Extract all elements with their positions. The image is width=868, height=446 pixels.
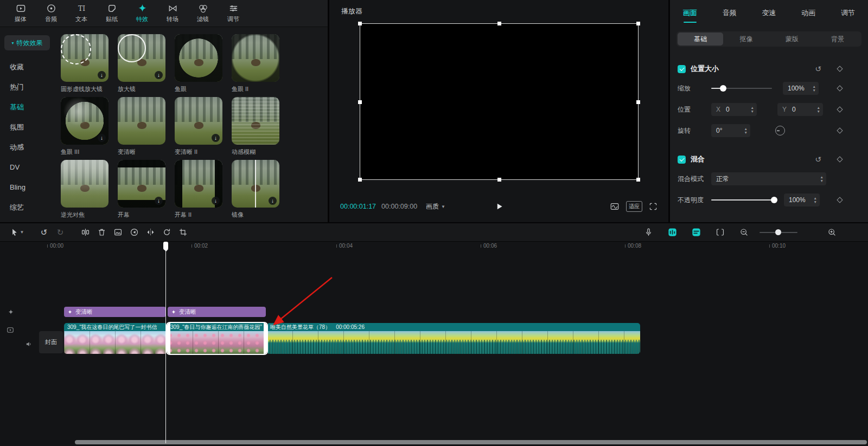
effect-card[interactable]: ↓ 放大镜 xyxy=(118,34,170,97)
nav-transition[interactable]: 转场 xyxy=(157,1,188,26)
video-canvas[interactable] xyxy=(360,24,638,179)
subtab-keying[interactable]: 抠像 xyxy=(723,33,769,46)
fit-ratio-button[interactable]: 适应 xyxy=(626,201,642,212)
playhead[interactable] xyxy=(165,242,166,443)
video-clip-selected[interactable]: 309_“春日与你邂逅在江南的蔷薇花园” xyxy=(167,323,267,354)
sidebar-item-basic[interactable]: 基础 xyxy=(0,97,54,117)
rotate-button[interactable] xyxy=(158,225,175,240)
nav-effects[interactable]: 特效 xyxy=(127,1,157,26)
effect-card[interactable]: ↓ 开幕 xyxy=(118,160,170,222)
effect-card[interactable]: 鱼眼 xyxy=(175,34,227,97)
undo-button[interactable]: ↺ xyxy=(36,225,52,240)
reverse-button[interactable] xyxy=(126,225,142,240)
stepper-arrows[interactable]: ▲▼ xyxy=(751,106,754,113)
playhead-handle[interactable] xyxy=(163,242,168,250)
effect-card[interactable]: ↓ 鱼眼 III xyxy=(61,97,113,160)
blend-mode-select[interactable]: 正常 ▲▼ xyxy=(711,172,826,185)
keyframe-diamond-icon[interactable] xyxy=(837,85,843,91)
effect-clip[interactable]: 变清晰 xyxy=(64,307,166,317)
play-button[interactable] xyxy=(495,202,503,211)
nav-text[interactable]: TI 文本 xyxy=(66,1,97,26)
collapse-tracks-icon[interactable] xyxy=(712,225,728,240)
blend-checkbox[interactable] xyxy=(678,156,686,164)
sidebar-item-bling[interactable]: Bling xyxy=(0,177,54,197)
selection-handle[interactable] xyxy=(636,22,640,25)
stepper-arrows[interactable]: ▲▼ xyxy=(744,127,748,134)
reset-icon[interactable]: ↺ xyxy=(815,64,821,73)
tab-picture[interactable]: 画面 xyxy=(683,8,697,18)
quality-dropdown[interactable]: 画质▼ xyxy=(426,202,445,211)
subtab-background[interactable]: 背景 xyxy=(815,33,860,46)
selection-handle[interactable] xyxy=(636,178,640,182)
keyframe-diamond-icon[interactable] xyxy=(837,127,843,133)
microphone-icon[interactable] xyxy=(640,225,656,240)
redo-button[interactable]: ↻ xyxy=(52,225,68,240)
effect-card[interactable]: ↓ 变清晰 II xyxy=(175,97,227,160)
captions-toggle-icon[interactable] xyxy=(688,225,704,240)
sidebar-item-dv[interactable]: DV xyxy=(0,157,54,177)
selection-handle[interactable] xyxy=(497,178,501,182)
mirror-button[interactable] xyxy=(142,225,158,240)
sidebar-item-dynamic[interactable]: 动感 xyxy=(0,137,54,157)
video-clip[interactable]: 唯美自然美景花草（78）00:00:05:26 xyxy=(267,323,640,354)
nav-adjust[interactable]: 调节 xyxy=(218,1,248,26)
slider-knob[interactable] xyxy=(775,229,781,235)
effects-group-button[interactable]: ▾ 特效效果 xyxy=(4,35,50,50)
nav-media[interactable]: 媒体 xyxy=(5,1,36,26)
crop-button[interactable] xyxy=(175,225,191,240)
keyframe-diamond-icon[interactable] xyxy=(837,197,843,203)
slider-knob[interactable] xyxy=(720,85,726,92)
stepper-arrows[interactable]: ▲▼ xyxy=(817,106,820,113)
horizontal-scrollbar[interactable] xyxy=(75,440,867,444)
effect-clip[interactable]: 变清晰 xyxy=(168,307,266,317)
scale-slider[interactable] xyxy=(711,88,772,89)
effect-card[interactable]: 变清晰 xyxy=(118,97,170,160)
subtab-mask[interactable]: 蒙版 xyxy=(769,33,815,46)
position-x-input[interactable]: X 0 ▲▼ xyxy=(711,103,757,116)
sidebar-item-atmosphere[interactable]: 氛围 xyxy=(0,117,54,137)
sidebar-item-favorites[interactable]: 收藏 xyxy=(0,57,54,77)
stepper-arrows[interactable]: ▲▼ xyxy=(820,176,824,183)
stepper-arrows[interactable]: ▲▼ xyxy=(814,197,817,204)
keyframe-diamond-icon[interactable] xyxy=(837,156,843,162)
delete-button[interactable] xyxy=(93,225,110,240)
fullscreen-icon[interactable] xyxy=(649,202,658,211)
freeze-frame-button[interactable] xyxy=(110,225,126,240)
effect-card[interactable]: ↓ 圆形虚线放大镜 xyxy=(61,34,113,97)
selection-handle[interactable] xyxy=(497,22,501,25)
keyframe-diamond-icon[interactable] xyxy=(837,106,843,112)
rotation-dial[interactable] xyxy=(775,126,785,135)
selection-handle[interactable] xyxy=(358,22,362,25)
selection-handle[interactable] xyxy=(358,178,362,182)
position-size-checkbox[interactable] xyxy=(678,65,686,73)
scale-value-input[interactable]: 100% ▲▼ xyxy=(783,82,819,95)
selection-handle[interactable] xyxy=(358,100,362,104)
effect-card[interactable]: ↓ 开幕 II xyxy=(175,160,227,222)
video-clip[interactable]: 309_“我在这春日的尾巴写了一封书信 xyxy=(64,323,167,354)
effect-card[interactable]: ↓ 镜像 xyxy=(232,160,284,222)
tab-speed[interactable]: 变速 xyxy=(762,8,776,18)
reset-icon[interactable]: ↺ xyxy=(815,155,821,164)
slider-knob[interactable] xyxy=(771,197,777,203)
selection-handle[interactable] xyxy=(636,100,640,104)
nav-sticker[interactable]: 贴纸 xyxy=(97,1,127,26)
nav-audio[interactable]: 音频 xyxy=(36,1,66,26)
effect-card[interactable]: 逆光对焦 xyxy=(61,160,113,222)
scope-icon[interactable] xyxy=(610,202,620,211)
keyframe-diamond-icon[interactable] xyxy=(837,66,843,72)
effect-card[interactable]: 鱼眼 II xyxy=(232,34,284,97)
rotation-input[interactable]: 0° ▲▼ xyxy=(711,124,750,137)
subtab-basic[interactable]: 基础 xyxy=(678,33,723,46)
sidebar-item-variety[interactable]: 综艺 xyxy=(0,197,54,217)
split-button[interactable] xyxy=(77,225,93,240)
position-y-input[interactable]: Y 0 ▲▼ xyxy=(777,103,823,116)
stepper-arrows[interactable]: ▲▼ xyxy=(813,85,816,92)
tab-animation[interactable]: 动画 xyxy=(801,8,815,18)
mute-track-icon[interactable] xyxy=(25,340,33,348)
select-tool-button[interactable]: ▼ xyxy=(5,225,28,240)
effect-card[interactable]: 动感模糊 xyxy=(232,97,284,160)
zoom-out-icon[interactable] xyxy=(736,225,752,240)
tab-adjust[interactable]: 调节 xyxy=(841,8,855,18)
tab-audio[interactable]: 音频 xyxy=(723,8,737,18)
zoom-in-icon[interactable] xyxy=(824,225,840,240)
